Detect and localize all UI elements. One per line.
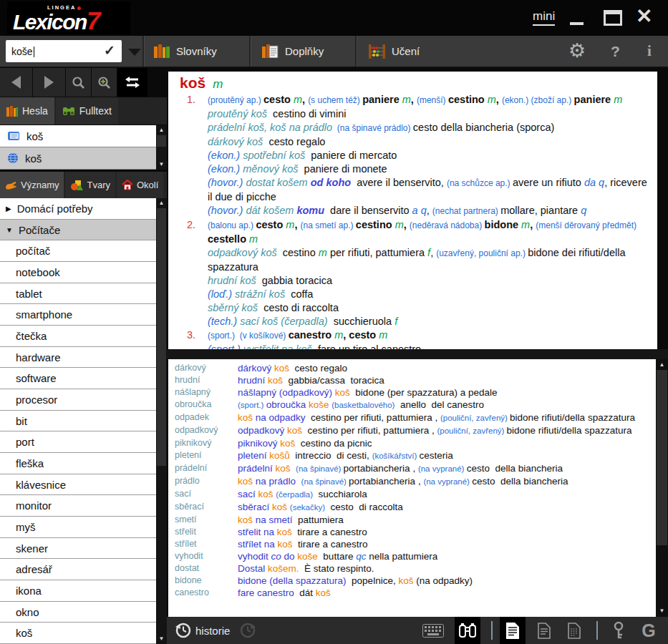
tree-item-klávesnice[interactable]: klávesnice xyxy=(0,474,156,496)
collocation-row[interactable]: sacísací koš (čerpadla) succhiarola xyxy=(168,488,656,501)
mini-mode-button[interactable]: mini xyxy=(533,9,555,26)
collocation-keyword[interactable]: prádelní xyxy=(168,462,238,475)
scroll-down-icon[interactable]: ▼ xyxy=(156,635,167,643)
google-search-button[interactable]: G xyxy=(638,617,659,644)
tree-item-hardware[interactable]: hardware xyxy=(0,347,156,369)
collocation-row[interactable]: canestrofare canestro dát koš xyxy=(168,587,656,599)
collocation-scrollbar[interactable]: ▲ ▼ xyxy=(656,359,668,617)
collocation-keyword[interactable]: nášlapný xyxy=(168,386,238,399)
collocation-row[interactable]: bidonebidone (della spazzatura) popelnic… xyxy=(168,575,656,587)
help-icon[interactable]: ? xyxy=(611,43,620,60)
view-compact-entry-button[interactable] xyxy=(563,617,585,644)
collocation-row[interactable]: stříletstřílet na koš tirare a canestro xyxy=(168,538,656,550)
collocation-keyword[interactable]: smetí xyxy=(168,514,238,526)
tab-hesla[interactable]: Hesla xyxy=(0,97,54,125)
collocation-row[interactable]: prádelníprádelní koš (na špinavé) portab… xyxy=(168,462,656,475)
tree-item-počítače[interactable]: ▼Počítače xyxy=(0,220,156,241)
scroll-up-icon[interactable]: ▲ xyxy=(656,361,668,369)
close-icon[interactable]: ✕ xyxy=(636,4,652,28)
tree-item-tablet[interactable]: tablet xyxy=(0,283,156,305)
forward-button[interactable] xyxy=(33,68,65,97)
search-button[interactable] xyxy=(66,68,91,97)
collocation-keyword[interactable]: odpadek xyxy=(168,411,238,424)
scrollbar-thumb[interactable] xyxy=(657,370,667,545)
search-input[interactable]: koše ✓ xyxy=(6,40,122,62)
history-label[interactable]: historie xyxy=(195,617,230,644)
tree-item-ikona[interactable]: ikona xyxy=(0,580,156,602)
search-history-dropdown[interactable] xyxy=(128,49,141,56)
tab-okoli[interactable]: Okolí xyxy=(117,172,163,198)
result-item-kos-dictionary[interactable]: koš xyxy=(0,125,156,147)
scroll-down-icon[interactable]: ▼ xyxy=(156,161,167,168)
menu-slovniky[interactable]: Slovníky xyxy=(154,36,217,67)
back-button[interactable] xyxy=(0,68,32,97)
tree-item-domácí-potřeby[interactable]: ▶Domácí potřeby xyxy=(0,198,156,220)
collocation-row[interactable]: prádlokoš na prádlo (na špinavé) portabi… xyxy=(168,475,656,488)
tree-item-počítač[interactable]: počítač xyxy=(0,240,156,262)
tree-item-procesor[interactable]: procesor xyxy=(0,389,156,411)
collocation-row[interactable]: piknikovýpiknikový koš cestino da picnic xyxy=(168,437,656,449)
tab-vyznamy[interactable]: Významy xyxy=(0,172,64,198)
info-icon[interactable]: i xyxy=(647,42,652,60)
collocation-row[interactable]: obroučka(sport.) obroučka koše (basketba… xyxy=(168,399,656,411)
scrollbar-thumb[interactable] xyxy=(157,135,166,147)
scroll-down-icon[interactable]: ▼ xyxy=(656,608,668,615)
zoom-in-button[interactable] xyxy=(92,68,117,97)
tree-item-skener[interactable]: skener xyxy=(0,538,156,560)
tree-item-koš[interactable]: koš xyxy=(0,623,156,644)
view-full-entry-button[interactable] xyxy=(500,617,526,644)
collocation-row[interactable]: dárkovýdárkový koš cesto regalo xyxy=(168,362,656,374)
collocation-keyword[interactable]: pletení xyxy=(168,449,238,462)
tree-item-myš[interactable]: myš xyxy=(0,517,156,538)
collocation-keyword[interactable]: dostat xyxy=(168,562,238,575)
tree-item-port[interactable]: port xyxy=(0,431,156,453)
tab-tvary[interactable]: Tvary xyxy=(65,172,115,198)
settings-gear-icon[interactable]: ⚙ xyxy=(568,39,586,62)
scroll-up-icon[interactable]: ▲ xyxy=(156,127,167,134)
chevron-collapsed-icon[interactable]: ▶ xyxy=(6,205,11,213)
tree-item-okno[interactable]: okno xyxy=(0,602,156,623)
collocation-row[interactable]: hrudníhrudní koš gabbia/cassa toracica xyxy=(168,374,656,386)
license-key-button[interactable] xyxy=(608,617,629,644)
collocation-keyword[interactable]: sběrací xyxy=(168,501,238,514)
collocation-keyword[interactable]: dárkový xyxy=(168,362,238,374)
history-forward-button[interactable] xyxy=(237,617,258,644)
tree-item-software[interactable]: software xyxy=(0,368,156,389)
collocation-row[interactable]: sběracísběrací koš (sekačky) cesto di ra… xyxy=(168,501,656,514)
tree-item-fleška[interactable]: fleška xyxy=(0,453,156,474)
collocation-keyword[interactable]: hrudní xyxy=(168,374,238,386)
panel-divider[interactable] xyxy=(167,349,668,359)
collocation-keyword[interactable]: vyhodit xyxy=(168,550,238,562)
tree-item-čtečka[interactable]: čtečka xyxy=(0,326,156,347)
scroll-up-icon[interactable]: ▲ xyxy=(156,200,167,207)
tree-item-adresář[interactable]: adresář xyxy=(0,559,156,580)
collocation-row[interactable]: pletenípletení košů intreccio di cesti, … xyxy=(168,449,656,462)
collocation-row[interactable]: vyhoditvyhodit co do koše buttare qc nel… xyxy=(168,550,656,562)
tree-item-bit[interactable]: bit xyxy=(0,411,156,432)
tree-item-monitor[interactable]: monitor xyxy=(0,495,156,517)
collocation-keyword[interactable]: střílet xyxy=(168,538,238,550)
view-medium-entry-button[interactable] xyxy=(533,617,555,644)
tree-scrollbar[interactable]: ▲ ▼ xyxy=(156,198,167,644)
collocation-keyword[interactable]: střelit xyxy=(168,526,238,538)
collocation-keyword[interactable]: piknikový xyxy=(168,437,238,449)
minimize-icon[interactable] xyxy=(570,22,584,25)
collocation-keyword[interactable]: odpadkový xyxy=(168,424,238,437)
result-item-kos-fulltext[interactable]: koš xyxy=(0,147,156,170)
collocation-row[interactable]: odpadekkoš na odpadky cestino per rifiut… xyxy=(168,411,656,424)
menu-doplnky[interactable]: Doplňky xyxy=(262,36,324,67)
tree-item-notebook[interactable]: notebook xyxy=(0,262,156,283)
collocation-row[interactable]: střelitstřelit na koš tirare a canestro xyxy=(168,526,656,538)
swap-direction-button[interactable] xyxy=(117,68,147,97)
chevron-expanded-icon[interactable]: ▼ xyxy=(6,226,13,234)
menu-uceni[interactable]: Učení xyxy=(369,36,420,67)
fulltext-search-button[interactable] xyxy=(455,617,480,644)
history-back-button[interactable] xyxy=(173,617,194,644)
collocation-keyword[interactable]: obroučka xyxy=(168,399,238,411)
scrollbar-thumb[interactable] xyxy=(157,208,166,466)
collocation-row[interactable]: dostatDostal košem. È stato respinto. xyxy=(168,562,656,575)
collocation-row[interactable]: odpadkovýodpadkový koš cestino per rifiu… xyxy=(168,424,656,437)
collocation-row[interactable]: smetíkoš na smetí pattumiera xyxy=(168,514,656,526)
collocation-keyword[interactable]: prádlo xyxy=(168,475,238,488)
maximize-icon[interactable] xyxy=(604,10,622,26)
